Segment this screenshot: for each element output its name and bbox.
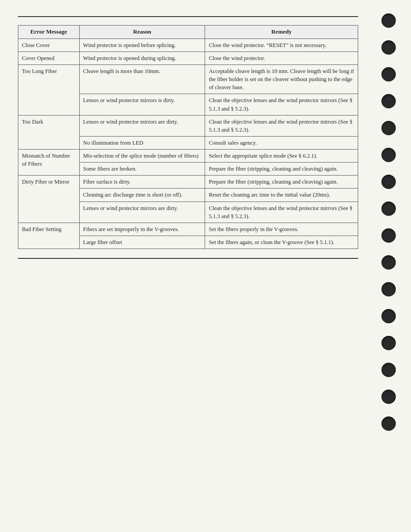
binding-hole xyxy=(381,336,396,350)
table-row: Dirty Fiber or MirrorFiber surface is di… xyxy=(18,176,358,189)
binding-hole xyxy=(381,148,396,162)
page-header xyxy=(18,13,358,17)
reason-cell: Wind protector is opened before splicing… xyxy=(79,39,205,51)
table-row: Mismatch of Number of FibersMis-selectio… xyxy=(18,150,358,163)
error-cell: Mismatch of Number of Fibers xyxy=(18,150,80,176)
col-header-remedy: Remedy xyxy=(205,26,358,39)
reason-cell: Lenses or wind protector mirrors are dir… xyxy=(79,202,205,223)
reason-cell: Mis-selection of the splice mode (number… xyxy=(79,150,205,163)
binding-hole xyxy=(381,309,396,323)
binding-hole xyxy=(381,40,396,55)
page-container: Error Message Reason Remedy Close CoverW… xyxy=(0,0,411,532)
table-row: Too Long FiberCleave length is more than… xyxy=(18,65,358,94)
reason-cell: Lenses or wind protector mirrors are dir… xyxy=(79,115,205,136)
reason-cell: Lenses or wind protector mirrors is dirt… xyxy=(79,94,205,115)
remedy-cell: Close the wind protector. “RESET” is not… xyxy=(205,39,358,51)
reason-cell: Cleave length is more than 10mm. xyxy=(79,65,205,94)
reason-cell: Some fibers are broken. xyxy=(79,163,205,176)
binding-hole xyxy=(381,94,396,108)
page-content: Error Message Reason Remedy Close CoverW… xyxy=(0,0,376,532)
remedy-cell: Close the wind protector. xyxy=(205,51,358,64)
col-header-reason: Reason xyxy=(79,26,205,39)
binding-hole xyxy=(381,255,396,270)
binding-hole xyxy=(381,282,396,296)
error-table: Error Message Reason Remedy Close CoverW… xyxy=(18,25,358,249)
binding-hole xyxy=(381,121,396,135)
table-row: Close CoverWind protector is opened befo… xyxy=(18,39,358,51)
remedy-cell: Reset the cleaning arc time to the initi… xyxy=(205,189,358,202)
table-header-row: Error Message Reason Remedy xyxy=(18,26,358,39)
binding-hole xyxy=(381,416,396,431)
table-row: Cover OpenedWind protector is opened dur… xyxy=(18,51,358,64)
remedy-cell: Clean the objective lenses and the wind … xyxy=(205,202,358,223)
reason-cell: Fibers are set improperly in the V-groov… xyxy=(79,223,205,236)
remedy-cell: Prepare the fiber (stripping, cleaning a… xyxy=(205,176,358,189)
error-cell: Dirty Fiber or Mirror xyxy=(18,176,80,223)
error-cell: Cover Opened xyxy=(18,51,80,64)
remedy-cell: Set the fibers properly in the V-grooves… xyxy=(205,223,358,236)
binding-hole xyxy=(381,390,396,404)
binding-hole xyxy=(381,175,396,189)
reason-cell: Large fiber offset xyxy=(79,236,205,249)
table-row: Too DarkLenses or wind protector mirrors… xyxy=(18,115,358,136)
remedy-cell: Acceptable cleave length is 10 mm. Cleav… xyxy=(205,65,358,94)
remedy-cell: Select the appropriate splice mode (See … xyxy=(205,150,358,163)
error-cell: Close Cover xyxy=(18,39,80,51)
error-cell: Too Long Fiber xyxy=(18,65,80,116)
binding-hole xyxy=(381,13,396,28)
right-sidebar xyxy=(376,0,401,532)
remedy-cell: Prepare the fiber (stripping, cleaning a… xyxy=(205,163,358,176)
error-cell: Too Dark xyxy=(18,115,80,149)
reason-cell: Fiber surface is dirty. xyxy=(79,176,205,189)
reason-cell: Wind protector is opened during splicing… xyxy=(79,51,205,64)
binding-hole xyxy=(381,363,396,377)
binding-hole xyxy=(381,202,396,216)
remedy-cell: Consult sales agency. xyxy=(205,136,358,149)
table-row: Bad Fiber SettingFibers are set improper… xyxy=(18,223,358,236)
error-cell: Bad Fiber Setting xyxy=(18,223,80,249)
bottom-divider xyxy=(18,258,358,259)
binding-hole xyxy=(381,67,396,82)
col-header-error: Error Message xyxy=(18,26,80,39)
remedy-cell: Set the fibers again, or clean the V-gro… xyxy=(205,236,358,249)
remedy-cell: Clean the objective lenses and the wind … xyxy=(205,94,358,115)
reason-cell: Cleaning arc discharge time is short (or… xyxy=(79,189,205,202)
reason-cell: No illumination from LED xyxy=(79,136,205,149)
binding-hole xyxy=(381,228,396,243)
remedy-cell: Clean the objective lenses and the wind … xyxy=(205,115,358,136)
